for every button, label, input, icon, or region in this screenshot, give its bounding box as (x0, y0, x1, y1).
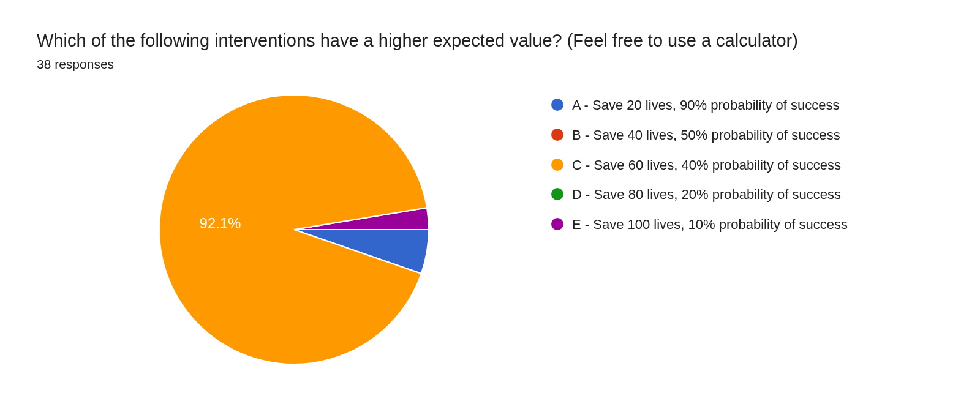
chart-container: Which of the following interventions hav… (0, 0, 980, 364)
legend-swatch-c (551, 159, 564, 171)
legend-item-a: A - Save 20 lives, 90% probability of su… (551, 96, 943, 115)
legend-label-d: D - Save 80 lives, 20% probability of su… (572, 185, 841, 204)
legend-item-e: E - Save 100 lives, 10% probability of s… (551, 215, 943, 234)
legend-swatch-a (551, 99, 564, 111)
legend-swatch-b (551, 129, 564, 141)
legend: A - Save 20 lives, 90% probability of su… (551, 90, 943, 245)
pie-label-c: 92.1% (199, 215, 241, 232)
legend-swatch-e (551, 218, 564, 230)
legend-item-c: C - Save 60 lives, 40% probability of su… (551, 156, 943, 175)
legend-label-a: A - Save 20 lives, 90% probability of su… (572, 96, 840, 115)
legend-label-e: E - Save 100 lives, 10% probability of s… (572, 215, 848, 234)
pie-chart: 92.1% (159, 95, 429, 364)
chart-title: Which of the following interventions hav… (37, 31, 943, 51)
legend-label-b: B - Save 40 lives, 50% probability of su… (572, 126, 840, 145)
legend-item-d: D - Save 80 lives, 20% probability of su… (551, 185, 943, 204)
legend-swatch-d (551, 188, 564, 200)
pie-wrapper: 92.1% (37, 90, 551, 364)
legend-item-b: B - Save 40 lives, 50% probability of su… (551, 126, 943, 145)
legend-label-c: C - Save 60 lives, 40% probability of su… (572, 156, 841, 175)
responses-count: 38 responses (37, 57, 943, 72)
chart-area: 92.1% A - Save 20 lives, 90% probability… (37, 90, 943, 364)
